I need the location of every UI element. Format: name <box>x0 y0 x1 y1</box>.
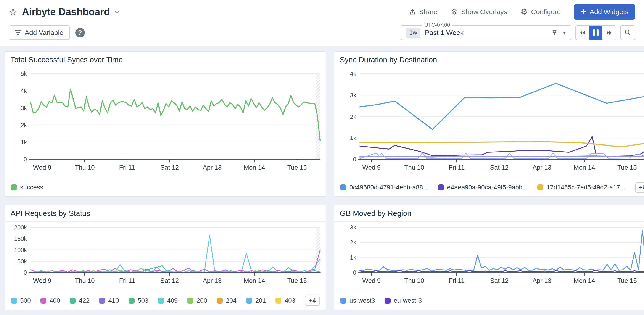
x-tick <box>414 273 414 276</box>
widget-api-requests-by-status[interactable]: API Requests by Status 050k100k150k200kW… <box>4 205 326 310</box>
legend-item[interactable]: success <box>11 184 43 191</box>
y-tick-label: 2k <box>350 113 356 120</box>
dashboard-header: Airbyte Dashboard Share <box>0 0 644 46</box>
x-tick <box>254 159 255 162</box>
legend-swatch <box>340 184 346 190</box>
add-widgets-label: Add Widgets <box>590 8 628 16</box>
toolbar-left: Add Variable ? <box>9 25 85 40</box>
legend-item[interactable]: 410 <box>99 297 119 304</box>
chart-gb-moved[interactable]: 01k2k3kWed 9Thu 10Fri 11Sat 12Apr 13Mon … <box>334 222 644 292</box>
y-tick-label: 200k <box>14 224 27 231</box>
chart-total-successful-syncs[interactable]: 01k2k3k4k5kWed 9Thu 10Fri 11Sat 12Apr 13… <box>5 68 326 179</box>
legend-swatch <box>276 298 281 304</box>
add-variable-button[interactable]: Add Variable <box>9 25 70 40</box>
legend-item[interactable]: 403 <box>276 297 295 304</box>
legend-item[interactable]: eu-west-3 <box>384 297 422 304</box>
zoom-out-button[interactable] <box>620 25 635 40</box>
legend-swatch <box>384 298 390 304</box>
x-tick <box>127 159 127 162</box>
y-tick-label: 1k <box>21 139 27 146</box>
x-tick-label: Mon 14 <box>574 277 595 285</box>
legend-label: eu-west-3 <box>394 297 422 304</box>
plot-area[interactable]: 01k2k3kWed 9Thu 10Fri 11Sat 12Apr 13Mon … <box>360 227 644 273</box>
x-tick <box>542 273 542 276</box>
legend-label: e4aea90a-90ca-49f5-9abb... <box>447 184 528 191</box>
chart-api-requests[interactable]: 050k100k150k200kWed 9Thu 10Fri 11Sat 12A… <box>5 222 326 292</box>
x-tick <box>84 273 85 276</box>
series-500 <box>30 235 320 272</box>
widgets-grid: Total Successful Syncs over Time 01k2k3k… <box>0 46 644 313</box>
x-tick <box>170 273 170 276</box>
legend-item[interactable]: 0c49680d-4791-4ebb-a88... <box>340 184 428 191</box>
x-tick-label: Fri 11 <box>449 164 465 171</box>
x-tick-label: Mon 14 <box>574 164 595 171</box>
widget-title: Total Successful Syncs over Time <box>5 52 326 68</box>
legend-swatch <box>158 298 164 304</box>
header-toolbar-row: Add Variable ? UTC-07:00 1w Past 1 Week … <box>0 24 644 40</box>
legend-more-button[interactable]: +4 <box>305 296 320 306</box>
help-icon[interactable]: ? <box>75 28 85 37</box>
range-shortcut-chip[interactable]: 1w <box>406 28 420 38</box>
header-title-row: Airbyte Dashboard Share <box>0 0 644 24</box>
add-widgets-button[interactable]: + Add Widgets <box>574 4 635 20</box>
x-tick <box>84 159 85 162</box>
favorite-star-icon[interactable] <box>9 7 17 16</box>
x-tick <box>499 273 500 276</box>
time-range-dropdown-caret[interactable]: ▾ <box>563 29 566 36</box>
gear-icon: ⚙ <box>520 8 528 16</box>
x-tick-label: Sat 12 <box>160 164 179 171</box>
shift-forward-button[interactable] <box>602 25 616 40</box>
legend-item[interactable]: 409 <box>158 297 178 304</box>
share-button[interactable]: Share <box>409 8 437 16</box>
x-tick-label: Wed 9 <box>33 277 52 285</box>
legend-item[interactable]: e4aea90a-90ca-49f5-9abb... <box>438 184 528 191</box>
pause-button[interactable] <box>589 25 602 40</box>
x-axis-line <box>29 159 320 160</box>
legend-label: 204 <box>226 297 236 304</box>
legend-item[interactable]: 201 <box>246 297 266 304</box>
legend-item[interactable]: 503 <box>128 297 148 304</box>
plot-area[interactable]: 050k100k150k200kWed 9Thu 10Fri 11Sat 12A… <box>30 227 320 273</box>
x-tick <box>499 159 500 162</box>
legend-item[interactable]: 422 <box>70 297 90 304</box>
legend-item[interactable]: 500 <box>11 297 31 304</box>
plot-area[interactable]: 01k2k3k4k5kWed 9Thu 10Fri 11Sat 12Apr 13… <box>30 74 320 159</box>
legend-item[interactable]: 400 <box>40 297 60 304</box>
chart-legend: us-west3eu-west-3 <box>334 292 644 310</box>
legend-swatch <box>537 184 543 190</box>
widget-total-successful-syncs[interactable]: Total Successful Syncs over Time 01k2k3k… <box>4 51 326 197</box>
legend-label: 201 <box>255 297 266 304</box>
x-tick <box>627 273 627 276</box>
legend-item[interactable]: us-west3 <box>340 297 375 304</box>
time-range-picker[interactable]: UTC-07:00 1w Past 1 Week ▾ <box>400 25 572 40</box>
legend-item[interactable]: 200 <box>187 297 207 304</box>
legend-item[interactable]: 17d1455c-7ed5-49d2-a17... <box>537 184 626 191</box>
overlays-layers-icon <box>450 8 458 15</box>
widget-sync-duration-by-destination[interactable]: Sync Duration by Destination 01k2k3k4kWe… <box>334 51 644 197</box>
x-tick-label: Thu 10 <box>75 277 95 285</box>
y-tick-label: 4k <box>350 70 356 77</box>
chart-legend: success <box>5 179 326 196</box>
legend-more-button[interactable]: +6 <box>635 182 644 193</box>
widget-title: API Requests by Status <box>5 205 326 222</box>
shift-back-button[interactable] <box>576 25 589 40</box>
configure-button[interactable]: ⚙ Configure <box>520 8 561 16</box>
series-success <box>30 89 320 141</box>
y-tick-label: 0 <box>353 156 356 163</box>
show-overlays-button[interactable]: Show Overlays <box>450 8 507 16</box>
widget-title: Sync Duration by Destination <box>334 52 644 68</box>
legend-swatch <box>217 298 223 304</box>
legend-item[interactable]: 204 <box>217 297 236 304</box>
widget-gb-moved-by-region[interactable]: GB Moved by Region 01k2k3kWed 9Thu 10Fri… <box>334 205 644 310</box>
x-tick <box>297 159 297 162</box>
y-tick-label: 0 <box>24 156 27 163</box>
chart-sync-duration[interactable]: 01k2k3k4kWed 9Thu 10Fri 11Sat 12Apr 13Mo… <box>334 68 644 179</box>
x-tick <box>212 273 212 276</box>
time-range-label: Past 1 Week <box>425 29 551 36</box>
x-tick <box>456 273 457 276</box>
pin-icon[interactable] <box>551 29 558 36</box>
title-chevron-down-icon[interactable] <box>114 10 120 14</box>
plot-area[interactable]: 01k2k3k4kWed 9Thu 10Fri 11Sat 12Apr 13Mo… <box>360 74 644 159</box>
y-tick-label: 2k <box>350 239 356 246</box>
x-axis-line <box>358 272 644 273</box>
